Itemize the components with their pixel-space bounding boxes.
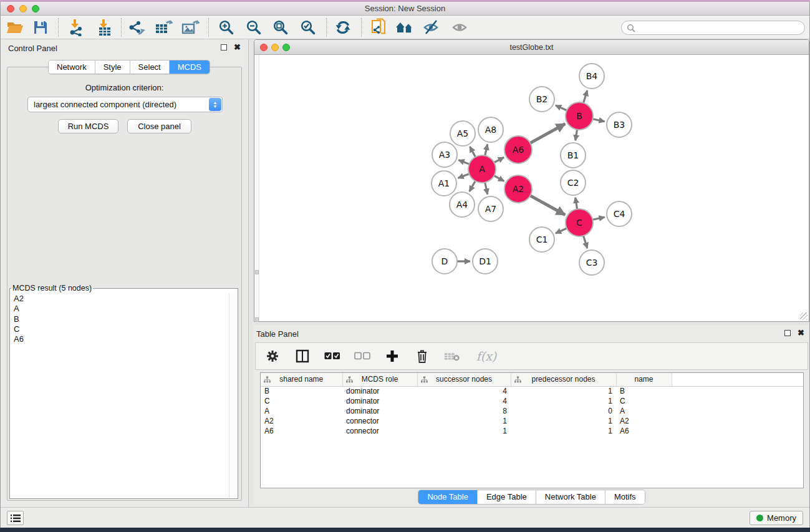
tab-select[interactable]: Select bbox=[130, 60, 170, 74]
table-row[interactable]: Cdominator41C bbox=[261, 396, 803, 406]
table-cell[interactable]: 8 bbox=[417, 406, 511, 416]
table-row[interactable]: A2connector11A2 bbox=[261, 416, 803, 426]
graph-node[interactable]: B bbox=[566, 102, 593, 130]
table-cell[interactable]: 1 bbox=[417, 426, 511, 436]
resize-corner-grip[interactable] bbox=[800, 312, 808, 320]
tab-network[interactable]: Network bbox=[49, 60, 95, 74]
table-cell[interactable]: connector bbox=[342, 426, 417, 436]
table-cell[interactable]: A6 bbox=[261, 426, 342, 436]
memory-button[interactable]: Memory bbox=[750, 511, 803, 525]
function-builder-icon[interactable]: f(x) bbox=[474, 348, 499, 364]
graph-edge[interactable] bbox=[485, 182, 488, 194]
graph-edge[interactable] bbox=[592, 217, 604, 220]
column-header[interactable]: predecessor nodes bbox=[511, 373, 616, 386]
graph-edge[interactable] bbox=[494, 176, 504, 181]
deselect-all-icon[interactable] bbox=[354, 348, 370, 364]
table-cell[interactable]: 1 bbox=[511, 416, 616, 426]
graph-edge[interactable] bbox=[530, 124, 565, 143]
import-table-icon[interactable] bbox=[94, 17, 116, 38]
graph-node[interactable]: A1 bbox=[432, 171, 456, 196]
float-panel-icon[interactable] bbox=[221, 44, 227, 51]
add-column-icon[interactable] bbox=[384, 348, 400, 364]
table-cell[interactable]: 4 bbox=[417, 396, 511, 406]
tab-style[interactable]: Style bbox=[95, 60, 130, 74]
hide-graphics-details-icon[interactable] bbox=[420, 17, 443, 38]
graph-node[interactable]: B4 bbox=[579, 64, 604, 89]
graph-edge[interactable] bbox=[470, 147, 475, 157]
close-window-button[interactable] bbox=[7, 5, 14, 12]
select-all-icon[interactable] bbox=[324, 348, 340, 364]
table-cell[interactable]: B bbox=[616, 386, 672, 396]
zoom-in-icon[interactable] bbox=[215, 17, 238, 38]
graph-edge[interactable] bbox=[592, 119, 604, 122]
export-image-icon[interactable] bbox=[179, 17, 201, 38]
show-graphics-details-icon[interactable] bbox=[449, 17, 471, 38]
graph-edge[interactable] bbox=[576, 130, 577, 141]
import-network-icon[interactable] bbox=[65, 17, 87, 38]
table-cell[interactable]: dominator bbox=[342, 386, 417, 396]
mcds-result-item[interactable]: A6 bbox=[11, 334, 228, 344]
close-panel-button[interactable]: Close panel bbox=[127, 119, 191, 133]
mcds-result-item[interactable]: B bbox=[11, 314, 228, 324]
search-input[interactable] bbox=[621, 21, 805, 35]
graph-edge[interactable] bbox=[458, 174, 469, 178]
table-cell[interactable]: A2 bbox=[616, 416, 672, 426]
table-cell[interactable]: A bbox=[261, 406, 342, 416]
column-layout-icon[interactable] bbox=[294, 348, 311, 364]
graph-node[interactable]: C2 bbox=[561, 170, 586, 195]
table-cell[interactable]: C bbox=[616, 396, 672, 406]
mcds-result-item[interactable]: C bbox=[11, 324, 228, 334]
table-cell[interactable]: 0 bbox=[511, 406, 616, 416]
column-header[interactable]: MCDS role bbox=[342, 373, 417, 386]
close-panel-icon[interactable]: ✖ bbox=[234, 42, 241, 52]
table-cell[interactable]: A bbox=[616, 406, 672, 416]
graph-edge[interactable] bbox=[556, 228, 567, 233]
open-file-icon[interactable] bbox=[4, 17, 26, 38]
graph-node[interactable]: C1 bbox=[529, 227, 554, 252]
table-row[interactable]: Bdominator41B bbox=[261, 386, 803, 396]
graph-edge[interactable] bbox=[584, 90, 587, 103]
graph-node[interactable]: D bbox=[432, 249, 457, 274]
graph-node[interactable]: B3 bbox=[607, 112, 632, 137]
table-cell[interactable]: 4 bbox=[417, 386, 511, 396]
table-cell[interactable]: A2 bbox=[261, 416, 342, 426]
export-table-icon[interactable] bbox=[152, 17, 175, 38]
graph-node[interactable]: C3 bbox=[579, 250, 604, 275]
graph-edge[interactable] bbox=[485, 144, 488, 155]
close-panel-icon[interactable]: ✖ bbox=[798, 328, 804, 337]
delete-icon[interactable] bbox=[414, 348, 430, 364]
criterion-select[interactable]: largest connected component (directed) ▲… bbox=[27, 97, 223, 112]
table-cell[interactable]: C bbox=[261, 396, 342, 406]
graph-node[interactable]: A7 bbox=[478, 196, 503, 221]
table-cell[interactable]: B bbox=[261, 386, 342, 396]
column-header[interactable]: name bbox=[616, 373, 672, 386]
task-history-button[interactable] bbox=[7, 511, 24, 525]
graph-node[interactable]: A3 bbox=[432, 142, 457, 167]
table-cell[interactable]: dominator bbox=[342, 396, 417, 406]
graph-node[interactable]: C4 bbox=[607, 201, 632, 226]
table-cell[interactable]: A6 bbox=[616, 426, 672, 436]
zoom-fit-icon[interactable] bbox=[269, 17, 292, 38]
zoom-view-button[interactable] bbox=[282, 44, 290, 51]
resize-grip[interactable] bbox=[255, 270, 259, 274]
graph-node[interactable]: A6 bbox=[504, 136, 532, 163]
graph-node[interactable]: C bbox=[566, 209, 593, 236]
close-view-button[interactable] bbox=[260, 44, 268, 51]
minimize-view-button[interactable] bbox=[271, 44, 279, 51]
column-header[interactable]: shared name bbox=[261, 373, 342, 386]
graph-edge[interactable] bbox=[576, 198, 577, 210]
search-field[interactable] bbox=[635, 24, 804, 32]
export-network-icon[interactable] bbox=[125, 17, 148, 38]
network-canvas[interactable]: B4B2BB3A5A8A6A3B1AA1C2A2A4A7C4CC1C3DD1 bbox=[254, 55, 809, 321]
refresh-icon[interactable] bbox=[332, 17, 354, 38]
graph-node[interactable]: A bbox=[468, 155, 496, 183]
new-network-from-selection-icon[interactable] bbox=[367, 17, 390, 38]
minimize-window-button[interactable] bbox=[19, 5, 27, 12]
graph-node[interactable]: B2 bbox=[529, 87, 554, 112]
graph-node[interactable]: D1 bbox=[473, 249, 498, 274]
graph-edge[interactable] bbox=[494, 157, 504, 162]
graph-node[interactable]: A8 bbox=[478, 117, 503, 142]
tab-edge-table[interactable]: Edge Table bbox=[478, 490, 536, 504]
tab-mcds[interactable]: MCDS bbox=[170, 60, 210, 74]
graph-node[interactable]: A5 bbox=[450, 121, 475, 146]
